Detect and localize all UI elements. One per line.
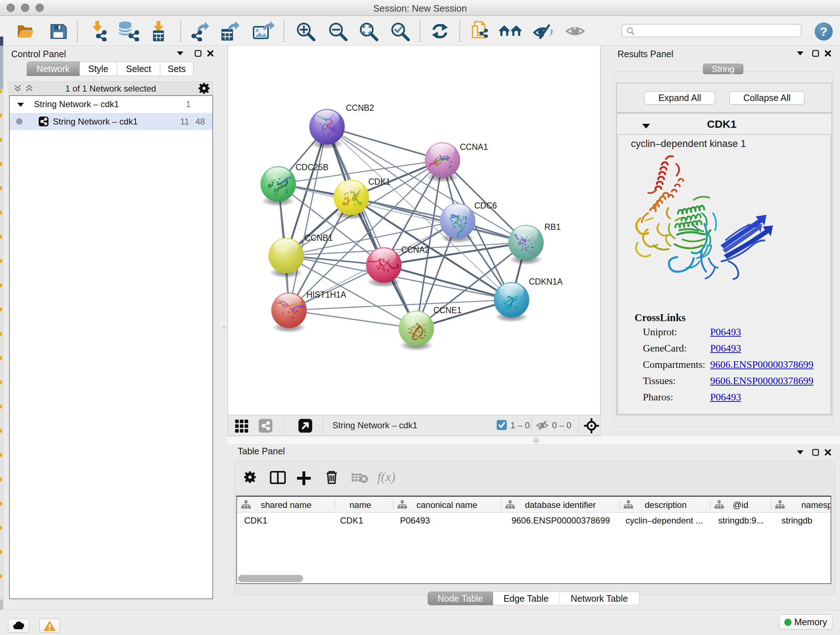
- svg-text:CDC25B: CDC25B: [295, 163, 328, 172]
- svg-text:CDC6: CDC6: [474, 201, 497, 211]
- svg-text:RB1: RB1: [545, 222, 561, 232]
- svg-text:CCNB2: CCNB2: [346, 103, 374, 112]
- svg-text:CCNE1: CCNE1: [433, 306, 462, 315]
- svg-text:CDK1: CDK1: [368, 177, 390, 187]
- svg-text:CCNA2: CCNA2: [401, 245, 429, 255]
- svg-text:CDKN1A: CDKN1A: [529, 277, 563, 287]
- svg-text:CCNB1: CCNB1: [305, 233, 333, 242]
- svg-text:CCNA1: CCNA1: [460, 142, 488, 152]
- svg-text:HIST1H1A: HIST1H1A: [306, 290, 347, 299]
